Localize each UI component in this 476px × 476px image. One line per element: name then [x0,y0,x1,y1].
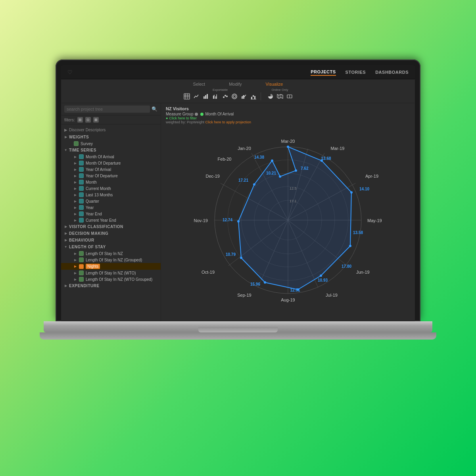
los-wto-icon [79,271,84,275]
line-chart-icon[interactable] [192,92,200,100]
spiral-icon[interactable] [230,92,238,100]
tree-item-los-nz[interactable]: ▶ Length Of Stay In NZ [61,250,161,257]
map-icon[interactable] [276,92,284,100]
waterfall-icon[interactable] [250,92,257,100]
section-weights[interactable]: ▶ WEIGHTS [61,134,161,140]
radar-container: Mar-20 Mar-19 Apr-19 May-19 Jun-19 Jul-1… [166,126,410,318]
ring-label-2: 12.5 [290,186,297,190]
tree-item-month[interactable]: ▶ Month [61,179,161,185]
search-input[interactable] [64,106,150,113]
tab-select[interactable]: Select [193,82,205,86]
survey-label: Survey [81,142,93,146]
table-icon[interactable] [183,92,191,100]
discover-chevron: ▶ [64,128,67,132]
svg-point-16 [233,95,236,98]
tree-item-year[interactable]: ▶ Year [61,204,161,211]
label-oct19: Oct-19 [202,270,215,274]
nav-dashboards[interactable]: DASHBOARDS [375,69,409,75]
chart-subtitle: Measure Group Month Of Arrival [166,112,410,116]
tab-modify[interactable]: Modify [229,82,242,86]
tree-item-current-month[interactable]: ▶ Current Month [61,185,161,192]
sidebar-search: 🔍 [61,103,161,115]
section-visitor-class[interactable]: ▶ VISITOR CLASSIFICATION [61,223,161,230]
section-decision[interactable]: ▶ DECISION MAKING [61,230,161,237]
value-feb20: 10.21 [266,171,276,175]
section-behaviour[interactable]: ▶ BEHAVIOUR [61,237,161,244]
filters-label: filters: [64,118,75,122]
tree-item-year-arrival[interactable]: ▶ Year Of Arrival [61,166,161,173]
los-grouped-icon [79,257,84,262]
svg-rect-9 [214,95,215,99]
tree-item-los-nz-grouped[interactable]: ▶ Length Of Stay In NZ (Grouped) [61,257,161,263]
tree-item-survey[interactable]: Survey [61,140,161,147]
label-nov19: Nov-19 [194,218,208,223]
month-dep-icon [79,161,84,165]
point-jun19 [349,245,351,247]
label-may19: May-19 [367,218,382,223]
tab-visualize[interactable]: Visualize [266,82,283,86]
svg-rect-11 [216,94,217,99]
map2-icon[interactable] [286,92,294,100]
nights-icon [79,264,84,269]
measure-group-label: Measure Group [166,112,193,116]
filter-link-text[interactable]: Click here to filter [169,116,197,120]
chart-header: NZ Visitors Measure Group Month Of Arriv… [166,106,410,124]
point-nov19 [237,220,240,223]
tree-item-los-wto-grouped[interactable]: ▶ Length Of Stay In NZ (WTO Grouped) [61,276,161,282]
los-wto-label: Length Of Stay In NZ (WTO) [86,271,136,275]
toolbar-tabs: Select Modify Visualize [193,82,283,86]
current-month-icon [79,186,84,191]
label-jun19: Jun-19 [356,270,370,274]
value-jun19: 17.80 [342,264,351,269]
grouped-bar-icon[interactable] [211,92,219,100]
nav-stories[interactable]: STORIES [345,69,366,75]
current-year-end-label: Current Year End [86,218,116,223]
bar-chart-icon[interactable] [202,92,210,100]
tree-item-quarter[interactable]: ▶ Quarter [61,198,161,204]
value-aug19: 12.01 [290,288,300,292]
projection-link[interactable]: Click here to apply projection [205,120,251,124]
tree-item-month-of-arrival[interactable]: ▶ Month Of Arrival [61,154,161,160]
section-time-series[interactable]: ▼ TIME SERIES [61,147,161,154]
tree-item-nights[interactable]: ▶ Nights [61,263,161,270]
pie-icon[interactable] [267,92,274,100]
scatter-icon[interactable] [221,92,229,100]
combo-icon[interactable] [240,92,248,100]
section-length-of-stay[interactable]: ▼ LENGTH OF STAY [61,244,161,250]
chart-title: NZ Visitors [166,106,410,111]
current-year-end-icon [79,218,84,223]
tree-item-year-end[interactable]: ▶ Year End [61,211,161,217]
laptop-screen: ♡ PROJECTS STORIES DASHBOARDS Select Mod… [56,60,420,321]
filter-icon-3[interactable]: ⊠ [93,117,99,123]
search-icon[interactable]: 🔍 [152,106,157,112]
dimension-label: Month Of Arrival [200,112,234,116]
tree-item-last-13[interactable]: ▶ Last 13 Months [61,192,161,198]
value-dec19: 17.21 [238,178,248,182]
survey-icon [74,141,79,146]
tree-item-year-departure[interactable]: ▶ Year Of Departure [61,173,161,179]
tree-item-current-year-end[interactable]: ▶ Current Year End [61,217,161,223]
weights-label: WEIGHTS [69,135,89,139]
svg-point-12 [223,96,225,98]
filter-link[interactable]: ● Click here to filter [166,116,410,120]
section-expenditure[interactable]: ▶ EXPENDITURE [61,282,161,289]
expenditure-label: EXPENDITURE [69,284,100,288]
heart-icon[interactable]: ♡ [67,69,73,75]
tree-item-month-departure[interactable]: ▶ Month Of Departure [61,160,161,166]
svg-point-15 [232,94,237,99]
nav-projects[interactable]: PROJECTS [311,69,336,76]
filter-icon-2[interactable]: ⊙ [85,117,91,123]
toolbar-area: Select Modify Visualize Exportable [61,79,415,103]
current-month-label: Current Month [86,186,111,191]
tree-item-los-wto[interactable]: ▶ Length Of Stay In NZ (WTO) [61,270,161,276]
value-jan20: 14.38 [254,155,264,159]
discover-label: Discover Descriptors [69,128,106,132]
discover-descriptors[interactable]: ▶ Discover Descriptors [61,126,161,134]
value-may19: 13.58 [353,230,363,235]
month-label: Month [86,180,97,184]
value-mar19: 13.68 [321,156,331,161]
filter-icon-1[interactable]: ⊞ [77,117,83,123]
year-end-label: Year End [86,212,102,216]
sidebar-filters: filters: ⊞ ⊙ ⊠ [61,115,161,125]
length-stay-label: LENGTH OF STAY [69,245,106,249]
